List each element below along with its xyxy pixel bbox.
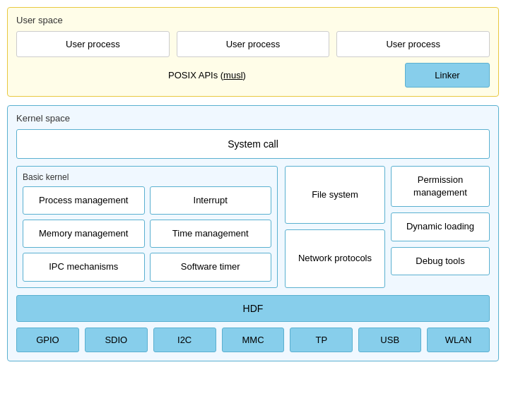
dynamic-loading-box: Dynamic loading xyxy=(391,212,490,241)
posix-text: POSIX APIs (musl) xyxy=(168,70,246,80)
driver-mmc: MMC xyxy=(222,328,285,352)
user-process-1: User process xyxy=(16,31,170,57)
basic-kernel-section: Basic kernel Process management Interrup… xyxy=(16,166,278,288)
kernel-space-label: Kernel space xyxy=(16,113,490,124)
bk-process-management: Process management xyxy=(23,186,145,215)
hdf-section: HDF GPIO SDIO I2C MMC TP USB WLAN xyxy=(16,295,490,352)
hdf-box: HDF xyxy=(16,295,490,322)
bk-time-management: Time management xyxy=(150,220,272,248)
linker-box: Linker xyxy=(405,63,490,88)
right-cols: File system Network protocols Permission… xyxy=(285,166,490,288)
network-protocols-box: Network protocols xyxy=(285,229,385,287)
driver-i2c: I2C xyxy=(153,328,216,352)
bk-interrupt: Interrupt xyxy=(150,186,272,215)
kernel-space-section: Kernel space System call Basic kernel Pr… xyxy=(7,105,499,361)
file-system-box: File system xyxy=(285,166,385,224)
right-right-col: Permission management Dynamic loading De… xyxy=(391,166,490,288)
debug-tools-box: Debug tools xyxy=(391,247,490,275)
right-left-col: File system Network protocols xyxy=(285,166,385,288)
posix-apis-label: POSIX APIs (musl) xyxy=(16,64,398,86)
hdf-drivers-row: GPIO SDIO I2C MMC TP USB WLAN xyxy=(16,328,490,352)
driver-tp: TP xyxy=(290,328,353,352)
user-space-label: User space xyxy=(16,15,490,25)
driver-sdio: SDIO xyxy=(85,328,148,352)
driver-wlan: WLAN xyxy=(427,328,490,352)
basic-kernel-label: Basic kernel xyxy=(23,172,271,182)
permission-management-box: Permission management xyxy=(391,166,490,207)
user-process-3: User process xyxy=(336,31,490,57)
basic-kernel-grid: Process management Interrupt Memory mana… xyxy=(23,186,271,282)
driver-usb: USB xyxy=(358,328,421,352)
system-call-box: System call xyxy=(16,129,490,159)
driver-gpio: GPIO xyxy=(16,328,79,352)
kernel-middle: Basic kernel Process management Interrup… xyxy=(16,166,490,288)
user-processes-row: User process User process User process xyxy=(16,31,490,57)
user-process-2: User process xyxy=(177,31,330,57)
bk-ipc-mechanisms: IPC mechanisms xyxy=(23,253,145,281)
bk-memory-management: Memory management xyxy=(23,220,145,248)
bk-software-timer: Software timer xyxy=(150,253,272,281)
user-space-section: User space User process User process Use… xyxy=(7,7,499,97)
user-bottom-row: POSIX APIs (musl) Linker xyxy=(16,63,490,88)
